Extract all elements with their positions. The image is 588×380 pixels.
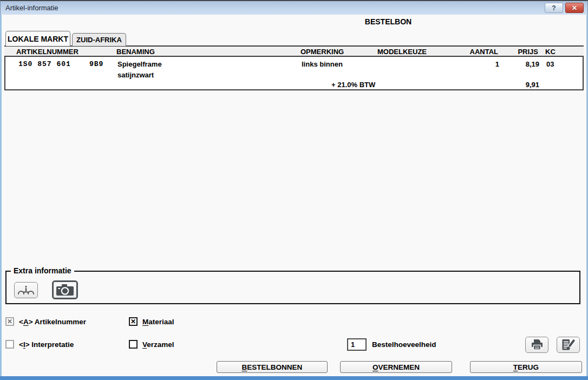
terug-button[interactable]: TERUG — [470, 361, 582, 373]
table-body: 1S0 857 601 9B9 Spiegelframe satijnzwart… — [4, 57, 584, 90]
checkbox-verzamel-label: Verzamel — [142, 340, 174, 349]
window-title: Artikel-informatie — [5, 4, 58, 12]
btw-label: + 21.0% BTW — [331, 81, 375, 89]
page-title: BESTELBON — [190, 17, 587, 26]
checkbox-interpretatie-label: <I> Interpretatie — [19, 340, 74, 349]
close-button[interactable]: ✕ — [565, 3, 584, 13]
checkbox-materiaal-box[interactable]: ✕ — [129, 317, 138, 326]
tab-zuid-afrika[interactable]: ZUID-AFRIKA — [72, 33, 126, 46]
extra-informatie-group: Extra informatie — [5, 271, 580, 304]
checkbox-artikelnummer[interactable]: ✕ <A> Artikelnummer — [5, 317, 86, 326]
bestelhoeveelheid-input[interactable] — [347, 338, 367, 351]
printer-icon — [531, 339, 544, 351]
bestelbonnen-label: BESTELBONNEN — [242, 363, 303, 371]
vehicle-info-icon — [17, 285, 35, 296]
cell-opmerking: links binnen — [302, 60, 343, 68]
col-artikelnummer: ARTIKELNUMMER — [16, 48, 79, 56]
checkbox-materiaal-label: Materiaal — [142, 318, 174, 326]
col-kc: KC — [545, 48, 556, 56]
checkbox-materiaal[interactable]: ✕ Materiaal — [129, 317, 174, 326]
cell-aantal: 1 — [449, 60, 499, 68]
terug-label: TERUG — [513, 363, 539, 371]
col-modelkeuze: MODELKEUZE — [377, 48, 427, 56]
cell-benaming-line2: satijnzwart — [117, 71, 154, 79]
artikel-informatie-window: Artikel-informatie ? ✕ BESTELBON LOKALE … — [0, 0, 588, 380]
col-benaming: BENAMING — [116, 48, 155, 56]
print-button[interactable] — [525, 337, 548, 353]
camera-icon — [56, 284, 74, 297]
overnemen-button[interactable]: OVERNEMEN — [340, 361, 452, 373]
tab-lokale-markt[interactable]: LOKALE MARKT — [5, 31, 70, 46]
help-button[interactable]: ? — [545, 3, 563, 13]
titlebar-buttons: ? ✕ — [545, 3, 584, 13]
checkbox-artikelnummer-label: <A> Artikelnummer — [19, 318, 86, 326]
edit-notes-button[interactable] — [557, 337, 580, 353]
overnemen-label: OVERNEMEN — [373, 363, 420, 371]
checkbox-verzamel[interactable]: Verzamel — [129, 340, 174, 349]
col-opmerking: OPMERKING — [300, 48, 344, 56]
help-icon: ? — [552, 4, 556, 12]
dialog-content: BESTELBON LOKALE MARKT ZUID-AFRIKA ARTIK… — [0, 15, 588, 380]
cell-benaming-line1: Spiegelframe — [117, 60, 162, 68]
cell-prijs: 8,19 — [510, 60, 539, 68]
cell-kc: 03 — [546, 60, 554, 68]
checkbox-artikelnummer-box[interactable]: ✕ — [5, 317, 14, 326]
checkbox-interpretatie[interactable]: <I> Interpretatie — [5, 340, 74, 349]
vehicle-info-button[interactable] — [14, 282, 38, 298]
btw-value: 9,91 — [510, 81, 539, 89]
col-prijs: PRIJS — [509, 48, 538, 56]
edit-notes-icon — [561, 339, 576, 351]
bestelhoeveelheid-label: Bestelhoeveelheid — [372, 340, 436, 349]
cell-kleurcode: 9B9 — [89, 60, 103, 68]
checkbox-interpretatie-box[interactable] — [5, 340, 14, 349]
extra-informatie-legend: Extra informatie — [11, 266, 74, 275]
close-icon: ✕ — [572, 4, 577, 12]
col-aantal: AANTAL — [448, 48, 498, 56]
bestelbonnen-button[interactable]: BESTELBONNEN — [217, 361, 328, 373]
table-header: ARTIKELNUMMER BENAMING OPMERKING MODELKE… — [4, 45, 584, 57]
checkbox-verzamel-box[interactable] — [129, 340, 138, 349]
camera-button[interactable] — [52, 280, 78, 299]
cell-artikelnummer: 1S0 857 601 — [18, 60, 71, 68]
titlebar[interactable]: Artikel-informatie ? ✕ — [0, 0, 588, 15]
